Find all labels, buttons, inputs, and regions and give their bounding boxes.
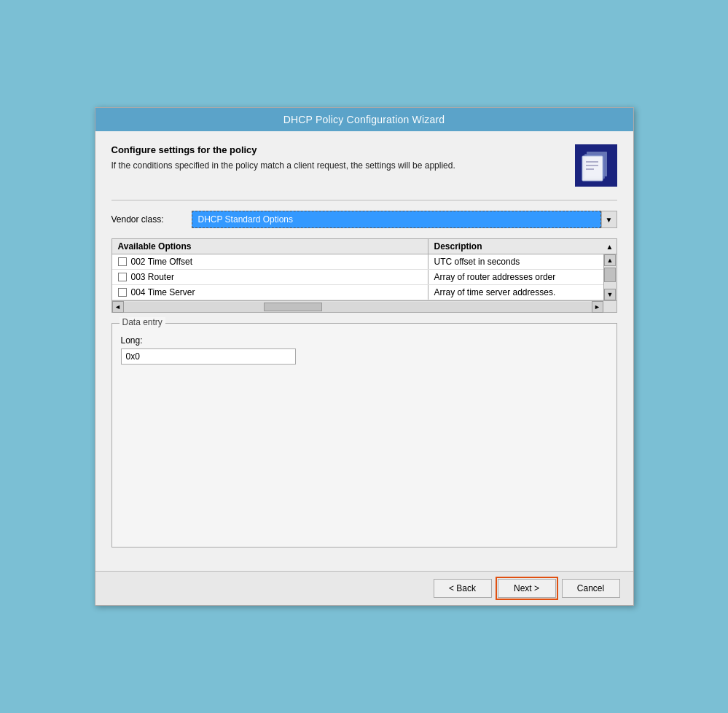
data-entry-inner: Long: [121,335,608,365]
vendor-label: Vendor class: [111,214,192,225]
checkbox-003[interactable] [118,273,127,281]
cancel-button[interactable]: Cancel [562,579,620,598]
option-description-1: UTC offset in seconds [428,254,603,269]
data-entry-legend: Data entry [120,317,165,327]
section-heading: Configure settings for the policy [111,144,455,155]
header-text: Configure settings for the policy If the… [111,144,455,172]
dialog-content: Configure settings for the policy If the… [95,131,633,571]
next-button[interactable]: Next > [498,579,556,598]
option-available-3[interactable]: 004 Time Server [112,285,428,300]
pages-icon [575,144,617,187]
option-description-2: Array of router addresses order [428,270,603,284]
col-header-available: Available Options [112,239,428,254]
scroll-up-btn[interactable]: ▲ [603,239,617,254]
long-label: Long: [121,335,608,346]
dialog-footer: < Back Next > Cancel [95,571,633,605]
dialog-title: DHCP Policy Configuration Wizard [95,108,633,131]
horiz-scroll-left[interactable]: ◄ [112,301,124,313]
data-entry-body: Long: [121,335,608,539]
separator [111,200,617,200]
checkbox-002[interactable] [118,257,127,266]
dhcp-wizard-dialog: DHCP Policy Configuration Wizard Configu… [95,107,634,606]
checkbox-004[interactable] [118,288,127,297]
options-table-body: 002 Time Offset UTC offset in seconds 00… [112,254,603,300]
options-table: Available Options Description ▲ 002 Time… [111,238,617,313]
vendor-dropdown-arrow[interactable]: ▼ [601,211,617,228]
horizontal-scrollbar[interactable]: ◄ ► [112,300,617,312]
options-table-header: Available Options Description ▲ [112,239,617,254]
long-input[interactable] [121,348,296,365]
scrollbar-thumb[interactable] [604,268,616,282]
vendor-class-selected[interactable]: DHCP Standard Options [192,211,601,228]
scroll-down[interactable]: ▼ [604,289,616,300]
horiz-scroll-right[interactable]: ► [592,301,603,313]
section-description: If the conditions specified in the polic… [111,160,455,172]
option-available-1[interactable]: 002 Time Offset [112,254,428,269]
back-button[interactable]: < Back [434,579,492,598]
vendor-row: Vendor class: DHCP Standard Options ▼ [111,211,617,228]
option-available-2[interactable]: 003 Router [112,270,428,284]
header-section: Configure settings for the policy If the… [111,144,617,187]
horiz-scroll-thumb[interactable] [264,303,322,311]
horiz-scroll-track[interactable] [124,302,592,312]
svg-rect-2 [582,156,603,181]
table-row[interactable]: 002 Time Offset UTC offset in seconds [112,254,603,270]
table-row[interactable]: 004 Time Server Array of time server add… [112,285,603,300]
data-entry-group: Data entry Long: [111,323,617,548]
vendor-dropdown: DHCP Standard Options ▼ [192,211,617,228]
col-header-description: Description [428,239,603,254]
table-row[interactable]: 003 Router Array of router addresses ord… [112,270,603,285]
table-vertical-scrollbar[interactable]: ▲ ▼ [603,254,617,300]
scroll-up[interactable]: ▲ [604,254,616,266]
option-description-3: Array of time server addresses. [428,285,603,300]
options-table-body-wrapper: 002 Time Offset UTC offset in seconds 00… [112,254,617,300]
